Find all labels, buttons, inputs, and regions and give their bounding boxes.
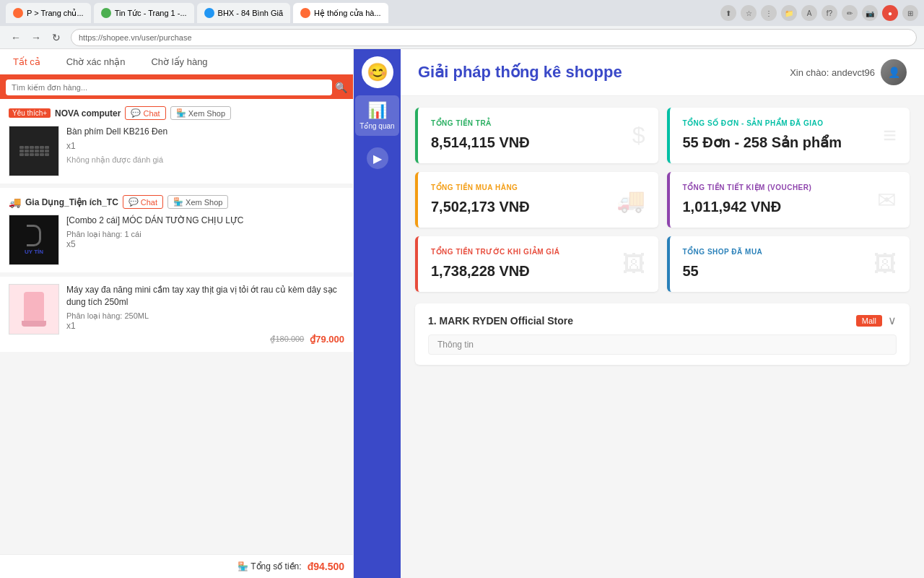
product-row-2: UY TÍN [Combo 2 cái] MÓC DÁN TƯỜNG CHỊU …: [9, 215, 344, 265]
stat-label-voucher: TỔNG TIỀN TIẾT KIỆM (VOUCHER): [683, 184, 812, 191]
product-name-3: Máy xay đa năng mini cầm tay xay thịt gi…: [66, 284, 344, 309]
stat-value-purchase: 7,502,173 VNĐ: [431, 197, 530, 216]
stat-value-before-discount: 1,738,228 VNĐ: [431, 262, 560, 280]
sidebar-expand-button[interactable]: ▶: [367, 147, 388, 169]
tab-label-3: Hệ thống cửa hà...: [314, 9, 381, 18]
stats-header: Giải pháp thống kê shoppe Xin chào: ande…: [401, 49, 924, 96]
tab-favicon-3: [300, 8, 310, 18]
photo-icon[interactable]: 📷: [862, 5, 878, 21]
total-amount: đ94.500: [308, 561, 344, 572]
ranking-expand-icon[interactable]: ∨: [888, 314, 897, 327]
product-image-1: [9, 126, 59, 176]
xem-shop-button-2[interactable]: 🏪 Xem Shop: [167, 195, 228, 209]
tab-pending-confirm[interactable]: Chờ xác nhận: [53, 49, 139, 74]
tab-label-0: P > Trang chủ...: [27, 9, 84, 18]
chat-button-1[interactable]: 💬 Chat: [125, 106, 165, 120]
tab-0[interactable]: P > Trang chủ...: [6, 3, 91, 23]
combo-img-inner: UY TÍN: [25, 225, 43, 255]
stat-content-voucher: TỔNG TIỀN TIẾT KIỆM (VOUCHER) 1,011,942 …: [683, 184, 812, 216]
stat-card-voucher: TỔNG TIỀN TIẾT KIỆM (VOUCHER) 1,011,942 …: [667, 172, 910, 228]
product-info-1: Bàn phím Dell KB216 Đen x1 Không nhận đư…: [66, 126, 344, 165]
stat-card-total-shops: TỔNG SHOP ĐÃ MUA 55 🖼: [667, 236, 910, 292]
tab-pending-pickup[interactable]: Chờ lấy hàng: [138, 49, 220, 74]
tab-label-1: Tin Tức - Trang 1 -...: [115, 9, 187, 18]
tab-favicon-0: [13, 8, 23, 18]
blender-base: [22, 321, 46, 327]
chat-label-1: Chat: [143, 109, 160, 118]
code-icon[interactable]: f?: [821, 5, 837, 21]
product-qty-2: x5: [66, 239, 344, 249]
image-icon-1: 🖼: [622, 251, 645, 277]
ext-icon[interactable]: ⊞: [902, 5, 918, 21]
back-button[interactable]: ←: [7, 29, 25, 46]
search-icon: 🔍: [335, 82, 347, 93]
chat-button-2[interactable]: 💬 Chat: [123, 195, 163, 209]
star-icon[interactable]: ☆: [741, 5, 757, 21]
total-label: 🏪 Tổng số tiền:: [237, 561, 301, 571]
sidebar-label-overview: Tổng quan: [359, 122, 394, 130]
stat-label-orders: TỔNG SỐ ĐƠN - SẢN PHẨM ĐÃ GIAO: [683, 119, 842, 127]
dollar-icon: $: [632, 122, 645, 149]
product-qty-3: x1: [66, 321, 344, 331]
product-row-3: Máy xay đa năng mini cầm tay xay thịt gi…: [9, 284, 344, 345]
product-info-2: [Combo 2 cái] MÓC DÁN TƯỜNG CHỊU LỰC Phâ…: [66, 215, 344, 249]
truck-icon: 🚚: [616, 186, 645, 214]
sidebar-item-overview[interactable]: 📊 Tổng quan: [355, 95, 398, 136]
close-icon-red[interactable]: ●: [882, 5, 898, 21]
stat-card-total-paid: TỔNG TIỀN TRẢ 8,514,115 VNĐ $: [415, 108, 658, 163]
blender-img: [22, 292, 46, 327]
order-search-input[interactable]: [6, 79, 332, 95]
menu-icon[interactable]: ⋮: [761, 5, 777, 21]
shop-rank-name: MARK RYDEN Official Store: [440, 315, 573, 327]
shop-name-1: NOVA computer: [55, 108, 121, 118]
xem-shop-label-2: Xem Shop: [186, 198, 222, 207]
stat-content-purchase: TỔNG TIỀN MUA HÀNG 7,502,173 VNĐ: [431, 184, 530, 216]
product-name-1: Bàn phím Dell KB216 Đen: [66, 126, 344, 138]
tab-favicon-1: [101, 8, 111, 18]
hook-shape: [27, 225, 41, 246]
edit-icon[interactable]: ✏: [842, 5, 858, 21]
tab-label-2: BHX - 84 Bình Giã: [218, 9, 284, 17]
tab-1[interactable]: Tin Tức - Trang 1 -...: [94, 3, 194, 23]
extension-sidebar: 😊 📊 Tổng quan ▶: [354, 49, 401, 578]
rank-number: 1.: [428, 315, 437, 327]
forward-button[interactable]: →: [27, 29, 45, 46]
order-header-2: 🚚 Gia Dụng_Tiện ích_TC 💬 Chat 🏪 Xem Shop: [9, 195, 344, 209]
tab-3[interactable]: Hệ thống cửa hà...: [293, 3, 388, 23]
greeting-text: Xin chào: andevct96: [790, 67, 875, 78]
tab-all[interactable]: Tất cả: [0, 49, 53, 76]
share-icon[interactable]: ⬆: [720, 5, 736, 21]
xem-shop-label-1: Xem Shop: [188, 109, 225, 118]
total-label-text: Tổng số tiền:: [250, 561, 301, 571]
tab-2[interactable]: BHX - 84 Bình Giã: [197, 3, 291, 23]
stat-label-before-discount: TỔNG TIỀN TRƯỚC KHI GIẢM GIÁ: [431, 248, 560, 256]
xem-shop-button-1[interactable]: 🏪 Xem Shop: [170, 106, 231, 120]
product-image-2: UY TÍN: [9, 215, 59, 265]
folder-icon[interactable]: 📁: [781, 5, 797, 21]
chat-icon-1: 💬: [131, 108, 141, 118]
chat-label-2: Chat: [141, 198, 157, 207]
orders-panel: Tất cả Chờ xác nhận Chờ lấy hàng 🔍 Yêu t…: [0, 49, 354, 578]
sidebar-logo: 😊: [362, 56, 393, 88]
product-qty-1: x1: [66, 141, 344, 151]
stat-content-before-discount: TỔNG TIỀN TRƯỚC KHI GIẢM GIÁ 1,738,228 V…: [431, 248, 560, 280]
combo-text: UY TÍN: [25, 249, 43, 255]
bottom-total: 🏪 Tổng số tiền: đ94.500: [0, 554, 353, 578]
voucher-icon: ✉: [877, 186, 897, 214]
stat-label-paid: TỔNG TIỀN TRẢ: [431, 119, 530, 127]
shop-ranking: 1. MARK RYDEN Official Store Mall ∨ Thôn…: [415, 303, 910, 365]
address-bar[interactable]: https://shopee.vn/user/purchase: [71, 29, 917, 46]
nav-buttons: ← → ↻: [7, 29, 65, 46]
product-name-2: [Combo 2 cái] MÓC DÁN TƯỜNG CHỊU LỰC: [66, 215, 344, 227]
shop-ranking-header: 1. MARK RYDEN Official Store Mall ∨: [428, 314, 897, 327]
thong-tin-label: Thông tin: [437, 340, 474, 350]
reload-button[interactable]: ↻: [48, 29, 65, 46]
stat-content-orders: TỔNG SỐ ĐƠN - SẢN PHẨM ĐÃ GIAO 55 Đơn - …: [683, 119, 842, 152]
product-image-3: [9, 284, 59, 335]
chart-icon: 📊: [367, 101, 387, 120]
main-layout: Tất cả Chờ xác nhận Chờ lấy hàng 🔍 Yêu t…: [0, 49, 924, 578]
text-icon[interactable]: A: [801, 5, 817, 21]
order-tabs: Tất cả Chờ xác nhận Chờ lấy hàng: [0, 49, 353, 76]
stat-value-paid: 8,514,115 VNĐ: [431, 133, 530, 152]
price-row-3: ₫180.000 ₫79.000: [66, 334, 344, 345]
